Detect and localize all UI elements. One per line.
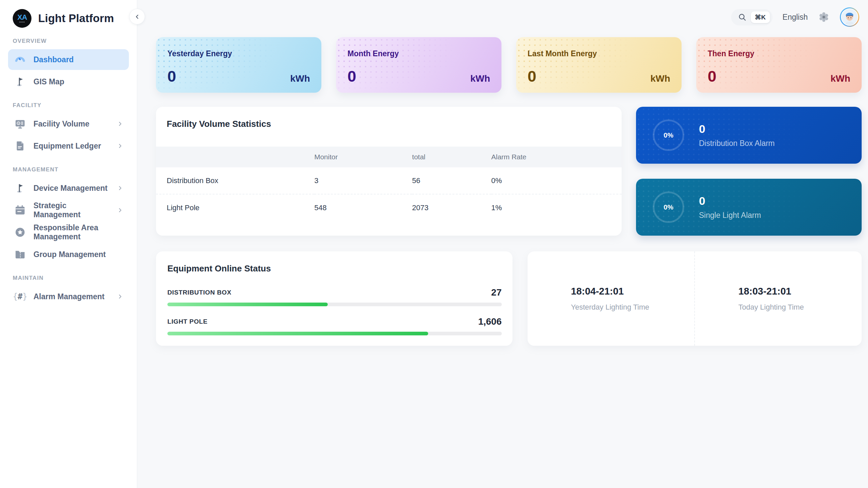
flag-icon [14, 182, 26, 194]
online-status-value: 1,606 [478, 316, 501, 327]
facility-statistics-table: Monitor total Alarm Rate Distribution Bo… [156, 147, 622, 221]
energy-card-value: 0 [347, 67, 356, 85]
gear-icon [818, 11, 830, 23]
table-row: Distribution Box 3 56 0% [156, 167, 622, 194]
chevron-right-icon [117, 185, 124, 191]
sidebar-item-label: Equipment Ledger [33, 142, 101, 151]
row-alarm-rate: 1% [491, 194, 622, 221]
sidebar-nav: OVERVIEW Dashboard [8, 38, 129, 307]
energy-card-value: 0 [708, 67, 716, 85]
app-logo-row: XA ▪▪▪▪▪ Light Platform [8, 0, 129, 28]
energy-card-unit: kWh [290, 73, 310, 84]
online-status-value: 27 [491, 287, 501, 298]
row-name: Distribution Box [156, 167, 314, 194]
row-name: Light Pole [156, 194, 314, 221]
statistics-row: Facility Volume Statistics Monitor total… [156, 107, 862, 236]
energy-card-last-month: Last Month Energy 0 kWh [516, 37, 682, 93]
row-monitor: 3 [314, 167, 412, 194]
sidebar-item-gis-map[interactable]: GIS Map [8, 71, 129, 92]
avatar-image [841, 8, 858, 26]
user-avatar[interactable] [840, 7, 859, 27]
lighting-time-value: 18:04-21:01 [571, 286, 694, 297]
single-light-alarm-card: 0% 0 Single Light Alarm [636, 179, 862, 236]
sidebar-collapse-button[interactable] [129, 9, 145, 24]
app-title: Light Platform [38, 12, 114, 25]
column-header-total: total [412, 147, 491, 167]
energy-card-unit: kWh [470, 73, 490, 84]
logo-monogram: XA [18, 14, 27, 21]
energy-card-value: 0 [528, 67, 536, 85]
section-label-facility: FACILITY [13, 102, 124, 109]
row-total: 56 [412, 167, 491, 194]
statistics-title: Facility Volume Statistics [167, 119, 622, 129]
lighting-time-label: Yesterday Lighting Time [571, 303, 694, 312]
search-shortcut-badge: ⌘K [751, 11, 770, 23]
sidebar-item-label: Facility Volume [33, 120, 89, 128]
row-total: 2073 [412, 194, 491, 221]
star-circle-icon [14, 226, 26, 238]
alarm-count: 0 [699, 194, 761, 208]
row-monitor: 548 [314, 194, 412, 221]
sidebar-item-label: Strategic Management [33, 201, 110, 219]
energy-card-unit: kWh [650, 73, 670, 84]
yesterday-lighting-time: 18:04-21:01 Yesterday Lighting Time [528, 251, 695, 346]
chevron-right-icon [117, 143, 124, 149]
sidebar-item-device-management[interactable]: Device Management [8, 178, 129, 199]
calendar-icon [14, 204, 26, 216]
sidebar-item-label: Device Management [33, 184, 107, 193]
column-header-alarm-rate: Alarm Rate [491, 147, 622, 167]
energy-card-value: 0 [167, 67, 176, 85]
sidebar-item-label: Dashboard [33, 55, 74, 64]
gauge-icon [14, 54, 26, 66]
alarm-label: Single Light Alarm [699, 211, 761, 220]
sidebar-item-strategic-management[interactable]: Strategic Management [8, 200, 129, 220]
flag-icon [14, 75, 26, 88]
today-lighting-time: 18:03-21:01 Today Lighting Time [695, 251, 862, 346]
column-header-monitor: Monitor [314, 147, 412, 167]
table-header-row: Monitor total Alarm Rate [156, 147, 622, 167]
energy-card-title: Then Energy [708, 49, 850, 58]
alarm-percent: 0% [664, 131, 674, 139]
section-label-management: MANAGEMENT [13, 166, 124, 173]
lighting-time-value: 18:03-21:01 [739, 286, 862, 297]
distribution-box-alarm-card: 0% 0 Distribution Box Alarm [636, 107, 862, 164]
chevron-right-icon [117, 207, 124, 214]
energy-card-title: Month Energy [347, 49, 490, 58]
sidebar-item-label: Group Management [33, 250, 106, 259]
sidebar-item-alarm-management[interactable]: {#} Alarm Management [8, 286, 129, 307]
progress-bar-fill [167, 303, 328, 306]
document-icon [14, 140, 26, 152]
table-row: Light Pole 548 2073 1% [156, 194, 622, 221]
search-button[interactable]: ⌘K [731, 9, 773, 25]
energy-card-then: Then Energy 0 kWh [696, 37, 862, 93]
alarm-count: 0 [699, 122, 775, 135]
sidebar-item-label: Alarm Management [33, 292, 104, 301]
energy-card-title: Yesterday Energy [167, 49, 310, 58]
progress-bar-track [167, 332, 502, 335]
energy-card-unit: kWh [831, 73, 850, 84]
sidebar-item-equipment-ledger[interactable]: Equipment Ledger [8, 135, 129, 156]
settings-button[interactable] [818, 11, 830, 23]
energy-card-title: Last Month Energy [528, 49, 670, 58]
sidebar-item-facility-volume[interactable]: Facility Volume [8, 114, 129, 134]
lighting-time-card: 18:04-21:01 Yesterday Lighting Time 18:0… [528, 251, 862, 346]
app-logo-icon: XA ▪▪▪▪▪ [13, 9, 31, 28]
alarm-percent-ring: 0% [653, 120, 684, 151]
progress-bar-fill [167, 332, 428, 335]
online-status-label: LIGHT POLE [167, 318, 208, 325]
sidebar-item-group-management[interactable]: Group Management [8, 244, 129, 265]
lighting-time-label: Today Lighting Time [739, 303, 862, 312]
sidebar-item-dashboard[interactable]: Dashboard [8, 49, 129, 70]
folder-icon [14, 248, 26, 261]
chevron-left-icon [134, 13, 141, 20]
language-selector[interactable]: English [783, 13, 808, 22]
braces-hash-icon: {#} [14, 291, 26, 303]
sidebar-item-label: GIS Map [33, 77, 64, 86]
sidebar-item-responsible-area-management[interactable]: Responsible Area Management [8, 222, 129, 243]
online-status-label: DISTRIBUTION BOX [167, 289, 231, 296]
sidebar-item-label: Responsible Area Management [33, 223, 124, 241]
search-icon [738, 13, 747, 22]
topbar: ⌘K English [731, 7, 859, 27]
progress-bar-track [167, 303, 502, 306]
alarm-cards-column: 0% 0 Distribution Box Alarm 0% 0 Single … [636, 107, 862, 236]
